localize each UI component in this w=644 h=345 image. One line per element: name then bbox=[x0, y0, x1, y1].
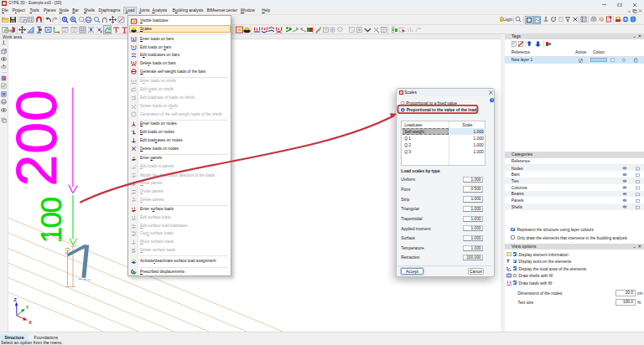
svg-text:Z: Z bbox=[13, 297, 17, 302]
svg-text:X: X bbox=[29, 320, 32, 325]
svg-text:Y: Y bbox=[26, 305, 29, 310]
